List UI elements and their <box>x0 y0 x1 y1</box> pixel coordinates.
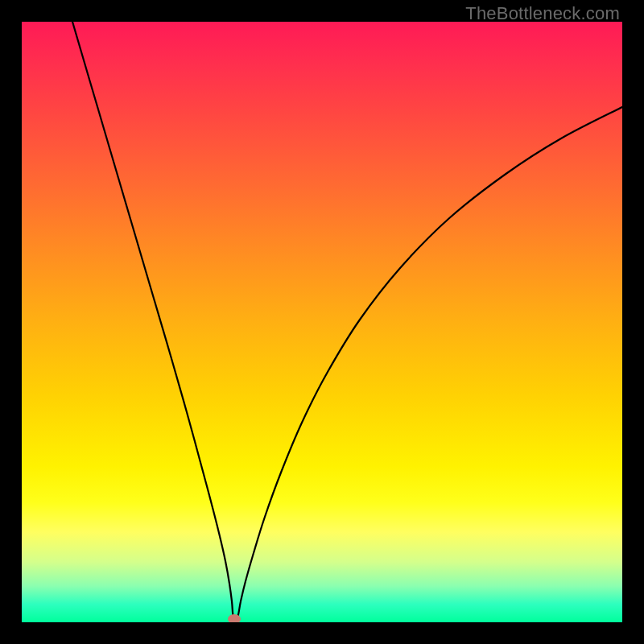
bottleneck-curve <box>22 22 622 622</box>
optimum-marker <box>228 614 241 622</box>
plot-area <box>22 22 622 622</box>
chart-frame: TheBottleneck.com <box>0 0 644 644</box>
curve-path <box>72 22 622 620</box>
watermark-text: TheBottleneck.com <box>465 3 620 24</box>
